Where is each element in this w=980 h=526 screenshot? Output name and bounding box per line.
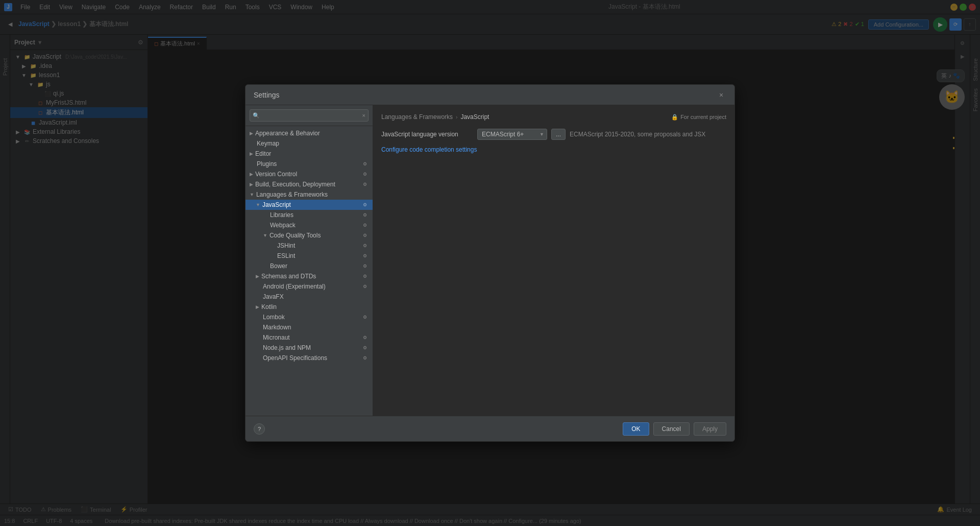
settings-gear-icon: ⚙ <box>361 273 369 280</box>
configure-link-container: Configure code completion settings <box>381 146 726 153</box>
js-version-label: JavaScript language version <box>381 131 473 138</box>
expand-arrow-icon: ▼ <box>250 192 254 197</box>
configure-code-completion-link[interactable]: Configure code completion settings <box>381 146 477 153</box>
cancel-button[interactable]: Cancel <box>653 422 690 436</box>
js-version-select[interactable]: ECMAScript 5.1 ECMAScript 6+ ECMAScript … <box>477 129 547 140</box>
search-clear-icon[interactable]: × <box>362 112 365 118</box>
settings-item-jshint[interactable]: JSHint ⚙ <box>246 241 373 251</box>
settings-gear-icon: ⚙ <box>361 252 369 259</box>
ok-button[interactable]: OK <box>623 422 649 436</box>
settings-item-nodejs[interactable]: Node.js and NPM ⚙ <box>246 343 373 353</box>
settings-item-label: JavaScript <box>262 201 291 208</box>
settings-item-label: Editor <box>255 150 271 157</box>
breadcrumb-arrow: › <box>456 114 457 120</box>
settings-item-eslint[interactable]: ESLint ⚙ <box>246 251 373 261</box>
settings-item-label: JavaFX <box>263 293 284 300</box>
settings-gear-icon: ⚙ <box>361 354 369 362</box>
expand-arrow-icon: ▶ <box>256 274 259 279</box>
settings-item-bower[interactable]: Bower ⚙ <box>246 261 373 271</box>
dialog-title-bar: Settings × <box>246 85 734 105</box>
expand-arrow-icon: ▼ <box>256 202 260 207</box>
search-icon: 🔍 <box>253 112 260 119</box>
js-version-row: JavaScript language version ECMAScript 5… <box>381 129 726 140</box>
current-project-icon: 🔒 <box>671 114 678 121</box>
settings-item-label: Kotlin <box>261 303 277 310</box>
settings-item-plugins[interactable]: Plugins ⚙ <box>246 159 373 169</box>
settings-item-label: Plugins <box>257 160 277 168</box>
settings-item-label: Build, Execution, Deployment <box>255 181 335 188</box>
dialog-close-button[interactable]: × <box>716 90 726 100</box>
dialog-title: Settings <box>254 91 716 99</box>
settings-item-label: Micronaut <box>263 334 290 341</box>
settings-item-label: ESLint <box>277 252 295 259</box>
js-version-more-button[interactable]: ... <box>551 129 566 140</box>
expand-arrow-icon: ▶ <box>250 151 253 156</box>
settings-item-label: Webpack <box>270 222 296 229</box>
settings-item-label: Bower <box>270 262 287 270</box>
settings-item-label: Appearance & Behavior <box>255 130 320 137</box>
settings-gear-icon: ⚙ <box>361 283 369 290</box>
expand-arrow-icon: ▶ <box>250 131 253 136</box>
settings-item-javascript[interactable]: ▼ JavaScript ⚙ <box>246 200 373 210</box>
settings-item-schemas[interactable]: ▶ Schemas and DTDs ⚙ <box>246 271 373 281</box>
settings-gear-icon: ⚙ <box>361 334 369 341</box>
settings-gear-icon: ⚙ <box>361 171 369 178</box>
settings-gear-icon: ⚙ <box>361 181 369 188</box>
settings-right-panel: Languages & Frameworks › JavaScript 🔒 Fo… <box>373 105 734 416</box>
settings-dialog: Settings × 🔍 × <box>245 84 735 442</box>
js-version-description: ECMAScript 2015-2020, some proposals and… <box>570 131 705 138</box>
settings-item-languages[interactable]: ▼ Languages & Frameworks <box>246 189 373 200</box>
settings-item-micronaut[interactable]: Micronaut ⚙ <box>246 332 373 343</box>
settings-gear-icon: ⚙ <box>361 160 369 168</box>
settings-item-libraries[interactable]: Libraries ⚙ <box>246 210 373 220</box>
settings-search-wrapper: 🔍 × <box>250 109 369 122</box>
settings-item-lombok[interactable]: Lombok ⚙ <box>246 312 373 322</box>
apply-button[interactable]: Apply <box>694 422 726 436</box>
settings-gear-icon: ⚙ <box>361 232 369 239</box>
settings-item-label: Lombok <box>263 314 285 321</box>
settings-item-javafx[interactable]: JavaFX <box>246 292 373 302</box>
settings-item-label: JSHint <box>277 242 295 249</box>
dialog-footer: ? OK Cancel Apply <box>246 416 734 441</box>
settings-item-kotlin[interactable]: ▶ Kotlin <box>246 302 373 312</box>
settings-item-markdown[interactable]: Markdown <box>246 322 373 332</box>
settings-item-label: Markdown <box>263 324 291 331</box>
settings-item-label: Schemas and DTDs <box>261 273 316 280</box>
settings-item-build[interactable]: ▶ Build, Execution, Deployment ⚙ <box>246 179 373 189</box>
js-version-select-wrapper: ECMAScript 5.1 ECMAScript 6+ ECMAScript … <box>477 129 547 140</box>
help-button[interactable]: ? <box>254 423 265 435</box>
settings-item-appearance[interactable]: ▶ Appearance & Behavior <box>246 128 373 138</box>
expand-arrow-icon: ▶ <box>250 182 253 187</box>
settings-item-label: Languages & Frameworks <box>256 191 328 198</box>
breadcrumb-part2: JavaScript <box>460 113 489 121</box>
settings-item-android[interactable]: Android (Experimental) ⚙ <box>246 281 373 292</box>
breadcrumb-part1: Languages & Frameworks <box>381 113 453 121</box>
settings-left-panel: 🔍 × ▶ Appearance & Behavior <box>246 105 373 416</box>
settings-gear-icon: ⚙ <box>361 201 369 208</box>
settings-search-input[interactable] <box>250 109 369 122</box>
settings-item-label: Libraries <box>270 211 293 219</box>
settings-item-vcs[interactable]: ▶ Version Control ⚙ <box>246 169 373 179</box>
settings-item-label: Android (Experimental) <box>263 283 326 290</box>
settings-gear-icon: ⚙ <box>361 344 369 351</box>
expand-arrow-icon: ▶ <box>250 172 253 177</box>
current-project-label: For current project <box>680 114 726 120</box>
settings-item-label: OpenAPI Specifications <box>263 354 327 362</box>
settings-item-openapi[interactable]: OpenAPI Specifications ⚙ <box>246 353 373 363</box>
settings-breadcrumb: Languages & Frameworks › JavaScript 🔒 Fo… <box>381 113 726 121</box>
expand-arrow-icon: ▶ <box>256 304 259 309</box>
settings-item-label: Keymap <box>257 140 279 147</box>
dialog-body: 🔍 × ▶ Appearance & Behavior <box>246 105 734 416</box>
settings-search-container: 🔍 × <box>246 105 373 126</box>
expand-arrow-icon: ▼ <box>263 233 267 238</box>
settings-gear-icon: ⚙ <box>361 211 369 219</box>
content-area: Project Project ▼ ⚙ ▼ 📁 JavaScript D:\Ja… <box>0 35 980 504</box>
settings-item-code-quality[interactable]: ▼ Code Quality Tools ⚙ <box>246 230 373 241</box>
settings-item-keymap[interactable]: Keymap <box>246 138 373 149</box>
settings-item-webpack[interactable]: Webpack ⚙ <box>246 220 373 230</box>
settings-content: JavaScript language version ECMAScript 5… <box>381 129 726 153</box>
settings-gear-icon: ⚙ <box>361 314 369 321</box>
settings-item-label: Code Quality Tools <box>270 232 321 239</box>
settings-item-editor[interactable]: ▶ Editor <box>246 149 373 159</box>
settings-gear-icon: ⚙ <box>361 262 369 270</box>
